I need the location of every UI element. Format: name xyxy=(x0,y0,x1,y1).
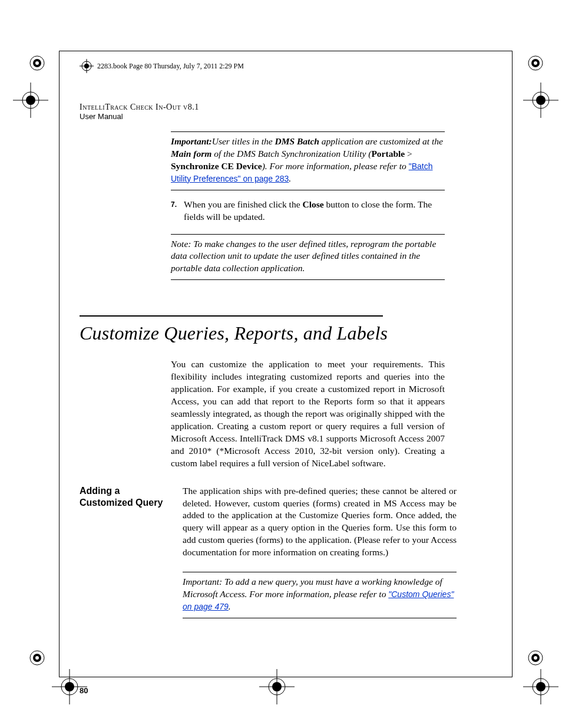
step-7: 7. When you are finished click the Close… xyxy=(171,199,445,223)
note-label: Note: xyxy=(171,239,191,249)
adding-query-paragraph: The application ships with pre-defined q… xyxy=(183,485,457,559)
page-number: 80 xyxy=(80,686,486,695)
book-mark-icon xyxy=(80,59,94,73)
svg-point-27 xyxy=(534,656,537,660)
step-number: 7. xyxy=(171,199,184,223)
registration-mark-icon xyxy=(28,54,46,72)
registration-mark-icon xyxy=(527,54,544,72)
page-content: 2283.book Page 80 Thursday, July 7, 2011… xyxy=(80,59,486,668)
svg-point-20 xyxy=(65,682,74,691)
intro-paragraph: You can customize the application to mee… xyxy=(171,358,445,469)
product-subtitle: User Manual xyxy=(80,112,486,121)
important-label: Important: xyxy=(171,136,212,146)
important-label: Important: xyxy=(183,577,222,587)
svg-point-13 xyxy=(536,95,546,105)
svg-point-31 xyxy=(536,682,546,691)
crop-mark-icon xyxy=(523,83,558,118)
crop-mark-icon xyxy=(13,83,48,118)
note-box: Note: To make changes to the user define… xyxy=(171,234,445,281)
crop-mark-icon xyxy=(523,669,558,704)
svg-point-6 xyxy=(26,95,35,105)
svg-point-16 xyxy=(35,656,39,660)
registration-mark-icon xyxy=(28,649,46,667)
section-rule xyxy=(80,315,383,317)
important-note-2: Important: To add a new query, you must … xyxy=(183,572,457,618)
svg-point-2 xyxy=(35,61,39,65)
svg-point-9 xyxy=(534,61,537,65)
important-note-1: Important:User titles in the DMS Batch a… xyxy=(171,131,445,190)
product-title: IntelliTrack Check In-Out v8.1 xyxy=(80,103,486,112)
side-heading: Adding a Customized Query xyxy=(80,485,183,618)
section-title: Customize Queries, Reports, and Labels xyxy=(80,322,486,344)
svg-point-35 xyxy=(84,64,89,68)
registration-mark-icon xyxy=(527,649,544,667)
crop-header-text: 2283.book Page 80 Thursday, July 7, 2011… xyxy=(97,62,244,71)
running-header: IntelliTrack Check In-Out v8.1 User Manu… xyxy=(80,103,486,121)
crop-header: 2283.book Page 80 Thursday, July 7, 2011… xyxy=(80,59,486,73)
